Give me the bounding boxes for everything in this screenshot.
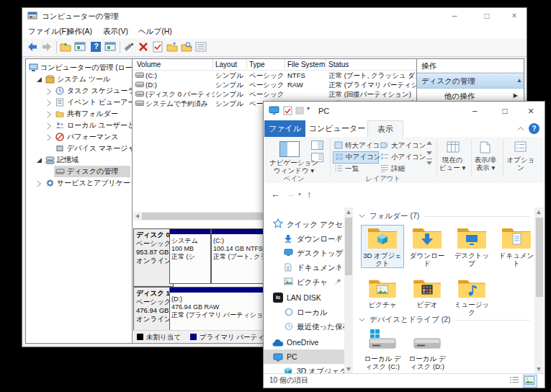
icons-view-toggle-icon[interactable] (523, 375, 537, 388)
layout-large-icons[interactable]: 大アイコン (379, 140, 424, 151)
cm-titlebar[interactable]: コンピューターの管理 – □ × (22, 8, 527, 24)
layout-small-icons[interactable]: 小アイコン (379, 151, 424, 162)
cm-maximize-button[interactable]: □ (476, 8, 498, 24)
show-hide-button[interactable]: 表示/非 表示 ▾ (470, 156, 501, 172)
cm-minimize-button[interactable]: – (444, 8, 465, 24)
help-icon[interactable]: ? (90, 41, 102, 53)
nav-up-icon[interactable]: ↑ (307, 189, 312, 200)
tree-item-event-viewer[interactable]: イベント ビューアー (26, 97, 132, 108)
section-devices-header[interactable]: デバイスとドライブ (2) (359, 314, 530, 326)
delete-icon[interactable] (138, 41, 150, 53)
layout-list[interactable]: 一覧 (333, 163, 377, 174)
col-type[interactable]: Type (249, 59, 265, 70)
tree-item-disk-management[interactable]: ディスクの管理 (26, 166, 132, 177)
folder-tile-pictures[interactable]: ピクチャ (362, 277, 403, 308)
sidebar-lan-local[interactable]: ローカル (264, 305, 344, 319)
current-view-icon[interactable] (447, 141, 460, 153)
tree-item-storage[interactable]: 記憶域 (26, 154, 132, 166)
sidebar-quick-access[interactable]: クイック アクセス (264, 217, 344, 231)
preview-pane-icon[interactable] (311, 141, 323, 150)
options-button[interactable]: オプション (506, 156, 536, 172)
volume-row-d[interactable]: (D:)シンプルベーシックRAW正常 (プライマリ パーティション) (133, 80, 417, 89)
folder-tile-documents[interactable]: ドキュメント (496, 226, 534, 267)
new-folder-quick-icon[interactable] (295, 107, 304, 115)
tree-item-performance[interactable]: パフォーマンス (26, 131, 132, 143)
show-tree-folder-icon[interactable] (60, 41, 72, 53)
sidebar-desktop[interactable]: デスクトップ (264, 246, 344, 260)
explorer-titlebar[interactable]: ▾ PC – □ × (264, 102, 545, 120)
list-view-icon[interactable] (195, 41, 207, 53)
nav-recent-icon[interactable]: ▾ (298, 191, 301, 197)
col-layout[interactable]: Layout (215, 59, 237, 70)
section-folders-header[interactable]: フォルダー (7) (359, 210, 530, 222)
cm-menu-help[interactable]: ヘルプ(H) (138, 24, 172, 38)
disk1-label[interactable]: ディスク 1 ベーシック 476.94 GB オンライン (133, 287, 174, 334)
layout-xl-icons[interactable]: 特大アイコン (333, 140, 377, 151)
show-hide-icon[interactable] (480, 141, 490, 153)
find-folder-icon[interactable] (181, 41, 193, 53)
explorer-close-button[interactable]: × (520, 102, 542, 120)
sidebar-recent-saves[interactable]: 最近使った保存 (264, 319, 344, 334)
ribbon-collapse-icon[interactable] (517, 126, 524, 131)
sidebar-pictures[interactable]: ピクチャ (264, 275, 344, 289)
actions-group-disk-management[interactable]: ディスクの管理 ▲ (417, 73, 524, 89)
content-scrollbar[interactable] (534, 208, 544, 374)
tab-file[interactable]: ファイル (264, 120, 305, 137)
sidebar-downloads[interactable]: ダウンロード (264, 231, 344, 246)
layout-medium-icons[interactable]: 中アイコン (333, 151, 379, 164)
folder-tile-downloads[interactable]: ダウンロード (406, 226, 448, 267)
drive-tile-c[interactable]: ローカル ディスク (C:) (362, 329, 403, 370)
sidebar-scrollbar[interactable] (344, 208, 353, 374)
sidebar-onedrive[interactable]: OneDrive (264, 335, 344, 349)
sidebar-lan-disk[interactable]: io LAN DISK (264, 290, 344, 305)
sidebar-pc[interactable]: PC (264, 349, 344, 364)
console-window-icon[interactable] (74, 41, 86, 53)
options-icon[interactable] (514, 141, 527, 152)
current-view-button[interactable]: 現在の ビュー ▾ (435, 156, 470, 172)
collapse-icon[interactable]: ▲ (516, 74, 522, 88)
details-view-toggle-icon[interactable] (509, 375, 521, 386)
tab-view[interactable]: 表示 (367, 120, 403, 138)
cm-menu-file[interactable]: ファイル(F) (28, 24, 68, 38)
console-window2-icon[interactable] (104, 41, 117, 53)
tree-item-shared-folders[interactable]: 共有フォルダー (26, 108, 132, 120)
drive-tile-d[interactable]: ローカル ディスク (D:) (406, 329, 448, 370)
back-icon[interactable] (27, 41, 39, 53)
col-status[interactable]: Status (328, 59, 349, 70)
folder-tile-music[interactable]: ミュージック (451, 277, 493, 316)
folder-tile-videos[interactable]: ビデオ (406, 277, 448, 308)
col-filesystem[interactable]: File System (287, 59, 325, 70)
layout-details[interactable]: 詳細 (379, 163, 424, 174)
col-volume[interactable]: Volume (137, 59, 161, 70)
tool-icon[interactable] (123, 41, 135, 53)
properties-quick-icon[interactable] (283, 106, 292, 115)
properties-icon[interactable] (152, 41, 164, 53)
volume-row-c[interactable]: (C:)シンプルベーシックNTFS正常 (ブート, クラッシュ ダンプ, プライ… (133, 71, 417, 80)
cm-menu-view[interactable]: 表示(V) (103, 24, 128, 38)
folder-tile-desktop[interactable]: デスクトップ (451, 226, 493, 267)
export-folder-icon[interactable] (166, 41, 179, 53)
navigation-pane-button[interactable]: ナビゲーション ウィンドウ ▾ (265, 159, 323, 174)
explorer-maximize-button[interactable]: □ (494, 102, 516, 120)
navigation-pane-icon[interactable] (279, 141, 300, 157)
tree-item-task-scheduler[interactable]: タスク スケジューラ (26, 85, 132, 97)
cm-close-button[interactable]: × (503, 8, 525, 24)
folder-tile-3d-objects[interactable]: 3D オブジェクト (362, 226, 403, 267)
tree-item-device-manager[interactable]: デバイス マネージャー (26, 143, 132, 154)
help-icon[interactable]: ? (529, 123, 539, 134)
volume-row-disk0-part3[interactable]: (ディスク 0 パーティション 3)シンプルベーシック正常 (回復パーティション… (133, 89, 417, 99)
nav-forward-icon[interactable]: → (285, 189, 295, 200)
tree-item-system-tools[interactable]: システム ツール (26, 74, 132, 85)
disk0-partition-system[interactable]: システム 100 MB 正常 (シ (169, 228, 211, 284)
disk0-label[interactable]: ディスク 0 ベーシック 953.87 GB オンライン (133, 228, 174, 287)
sidebar-documents[interactable]: ドキュメント (264, 260, 344, 275)
tree-item-local-users-groups[interactable]: ローカル ユーザーとグループ (26, 120, 132, 131)
explorer-minimize-button[interactable]: – (464, 102, 485, 120)
tree-item-root[interactable]: コンピューターの管理 (ローカル) (26, 62, 132, 74)
forward-icon[interactable] (41, 41, 53, 53)
customize-toolbar-icon[interactable]: ▾ (307, 105, 310, 112)
nav-back-icon[interactable]: ← (271, 189, 280, 200)
cm-menu-action[interactable]: 操作(A) (67, 24, 92, 38)
sidebar-3d-objects[interactable]: 3D オブジェクト (264, 364, 344, 374)
tree-item-services-applications[interactable]: サービスとアプリケーション (26, 177, 132, 189)
